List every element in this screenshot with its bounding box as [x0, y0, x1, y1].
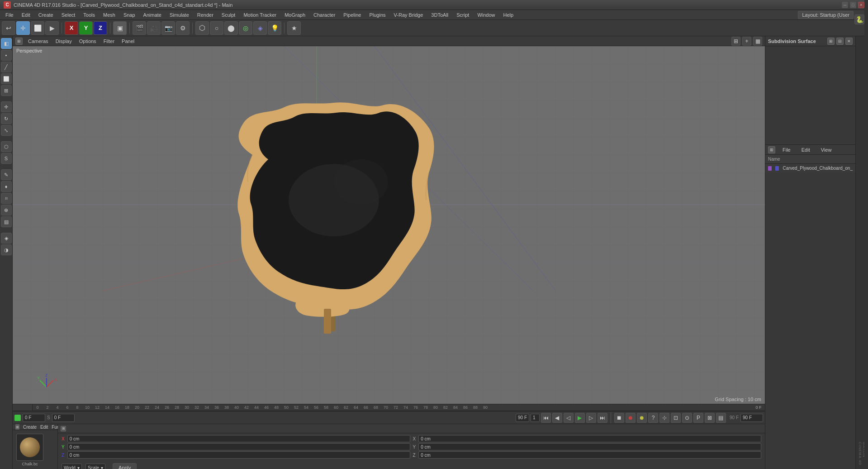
light-btn[interactable]: 💡 [268, 21, 281, 35]
prev-frame-btn[interactable]: ◀ [552, 413, 562, 423]
layout-label[interactable]: Layout: Startup (User [798, 11, 854, 19]
menu-file[interactable]: File [2, 11, 17, 19]
start-frame-field[interactable]: 0 F [52, 414, 75, 422]
motion-btn6[interactable]: ▤ [716, 413, 726, 423]
record-btn[interactable]: ⏺ [626, 413, 636, 423]
mode-edges-btn[interactable]: ╱ [1, 62, 12, 72]
motion-btn1[interactable]: ⊹ [659, 413, 669, 423]
render-settings-btn[interactable]: ⚙ [176, 21, 190, 35]
record-help-btn[interactable]: ? [648, 413, 658, 423]
obj-menu-file[interactable]: File [779, 146, 794, 153]
top-panel-close[interactable]: ✕ [845, 38, 853, 45]
vp-icon-btn[interactable]: ⊞ [15, 38, 23, 45]
material-preview[interactable] [16, 434, 43, 461]
world-mode-btn[interactable]: ▣ [113, 21, 127, 35]
vp-hud-btn[interactable]: ▦ [753, 37, 762, 46]
vp-menu-display[interactable]: Display [54, 38, 74, 45]
sidebar-extra1-btn[interactable]: ◈ [1, 233, 12, 244]
render-region-btn[interactable]: 🎥 [147, 21, 161, 35]
world-dropdown[interactable]: World ▾ [62, 464, 82, 469]
mode-uv-btn[interactable]: ⊞ [1, 85, 12, 96]
obj-panel-icon[interactable]: ⊞ [768, 146, 775, 153]
play-reverse-btn[interactable]: ◁ [564, 413, 574, 423]
menu-vray[interactable]: V-Ray Bridge [390, 11, 427, 19]
extras-btn[interactable]: ★ [287, 21, 301, 35]
sidebar-scale-btn[interactable]: ⤡ [1, 125, 12, 136]
play-btn[interactable]: ▶ [575, 413, 585, 423]
menu-help[interactable]: Help [500, 11, 517, 19]
nurbs-btn[interactable]: ◎ [239, 21, 252, 35]
menu-motion-tracker[interactable]: Motion Tracker [240, 11, 280, 19]
mode-points-btn[interactable]: • [1, 50, 12, 61]
menu-mograph[interactable]: MoGraph [281, 11, 309, 19]
motion-btn3[interactable]: ⊙ [682, 413, 692, 423]
sphere-btn[interactable]: ○ [210, 21, 223, 35]
sidebar-move-btn[interactable]: ✛ [1, 101, 12, 112]
sidebar-magnet-btn[interactable]: ⊕ [1, 205, 12, 215]
coord-z-pos[interactable]: 0 cm [67, 451, 410, 459]
viewport[interactable]: Perspective Grid Spacing : 10 cm X Y Z [13, 46, 765, 404]
speed-field[interactable]: 90 F [516, 414, 529, 422]
vp-menu-cameras[interactable]: Cameras [26, 38, 50, 45]
menu-pipeline[interactable]: Pipeline [340, 11, 365, 19]
record-pos-btn[interactable]: ⏺ [637, 413, 647, 423]
menu-animate[interactable]: Animate [140, 11, 165, 19]
mode-poly-btn[interactable]: ⬜ [1, 73, 12, 84]
vp-safe-btn[interactable]: + [742, 37, 751, 46]
vp-menu-filter[interactable]: Filter [102, 38, 116, 45]
menu-render[interactable]: Render [194, 11, 217, 19]
deform-btn[interactable]: ◈ [253, 21, 267, 35]
coord-z-scale[interactable]: 0 cm [418, 451, 761, 459]
coord-y-scale[interactable]: 0 cm [418, 443, 761, 450]
close-button[interactable]: ✕ [858, 2, 864, 8]
vp-layout-btn[interactable]: ⊞ [731, 37, 740, 46]
vp-menu-options[interactable]: Options [77, 38, 98, 45]
menu-3dtoall[interactable]: 3DToAll [427, 11, 452, 19]
mat-menu-edit[interactable]: Edit [40, 425, 48, 430]
undo-button[interactable]: ↩ [2, 21, 15, 35]
menu-plugins[interactable]: Plugins [365, 11, 389, 19]
animate-tool[interactable]: ▶ [45, 21, 59, 35]
apply-button[interactable]: Apply [113, 463, 137, 469]
minimize-button[interactable]: ─ [842, 2, 848, 8]
scale-dropdown[interactable]: Scale ▾ [85, 464, 105, 469]
mat-menu-create[interactable]: Create [23, 425, 37, 430]
top-panel-icon1[interactable]: ⊞ [827, 38, 835, 45]
vp-menu-panel[interactable]: Panel [120, 38, 136, 45]
coords-panel-icon[interactable]: ⊞ [61, 426, 66, 431]
menu-window[interactable]: Window [474, 11, 498, 19]
select-tool[interactable]: ⬜ [31, 21, 44, 35]
record-auto-btn[interactable]: ⏹ [614, 413, 624, 423]
sidebar-paint-btn[interactable]: ✎ [1, 169, 12, 180]
menu-select[interactable]: Select [58, 11, 79, 19]
coord-x-pos[interactable]: 0 cm [67, 435, 410, 442]
cube-btn[interactable]: ⬡ [195, 21, 209, 35]
menu-script[interactable]: Script [453, 11, 473, 19]
x-axis-btn[interactable]: X [65, 21, 78, 35]
python-icon[interactable]: 🐍 [854, 14, 864, 24]
timeline-ruler[interactable]: 0 2 4 6 8 10 12 14 16 18 20 22 24 26 28 … [13, 404, 765, 411]
go-to-end-btn[interactable]: ⏭ [598, 413, 607, 423]
sidebar-weld-btn[interactable]: ⌗ [1, 193, 12, 204]
obj-menu-view[interactable]: View [817, 146, 835, 153]
object-row[interactable]: Carved_Plywood_Chalkboard_on_ [765, 164, 855, 172]
motion-btn4[interactable]: P [693, 413, 703, 423]
material-slot[interactable]: Chalk.bc [16, 434, 43, 466]
y-axis-btn[interactable]: Y [79, 21, 93, 35]
fps-field[interactable]: 1 [531, 414, 540, 422]
mode-object-btn[interactable]: ◧ [1, 38, 12, 49]
sidebar-sculpt-btn[interactable]: ♦ [1, 181, 12, 192]
maximize-button[interactable]: □ [850, 2, 856, 8]
z-axis-btn[interactable]: Z [94, 21, 107, 35]
sidebar-live-btn[interactable]: S [1, 153, 12, 164]
next-frame-btn[interactable]: ▷ [586, 413, 596, 423]
menu-simulate[interactable]: Simulate [166, 11, 193, 19]
obj-menu-edit[interactable]: Edit [798, 146, 814, 153]
sidebar-select-btn[interactable]: ⬡ [1, 141, 12, 152]
sidebar-rotate-btn[interactable]: ↻ [1, 113, 12, 124]
menu-tools[interactable]: Tools [80, 11, 99, 19]
menu-snap[interactable]: Snap [120, 11, 139, 19]
coord-x-scale[interactable]: 0 cm [418, 435, 761, 442]
current-frame-field[interactable]: 0 F [23, 414, 45, 422]
menu-mesh[interactable]: Mesh [100, 11, 119, 19]
